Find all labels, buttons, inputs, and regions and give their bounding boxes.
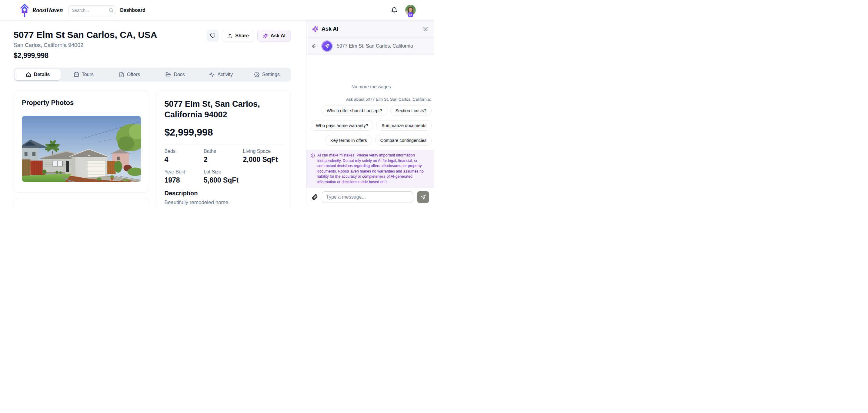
calendar-icon: [74, 72, 79, 77]
suggestion-pill[interactable]: Who pays home warranty?: [311, 120, 373, 131]
send-button[interactable]: [417, 191, 429, 203]
stat-value: 5,600 SqFt: [204, 176, 243, 184]
details-address-line1: 5077 Elm St, San Carlos,: [164, 99, 282, 110]
tab-docs[interactable]: Docs: [152, 69, 198, 80]
details-address: 5077 Elm St, San Carlos, California 9400…: [164, 99, 282, 120]
roosthaven-logo-icon: [20, 3, 30, 17]
ask-ai-button[interactable]: Ask AI: [257, 30, 291, 42]
suggestion-row: Which offer should I accept? Section I c…: [311, 105, 432, 116]
tab-activity[interactable]: Activity: [198, 69, 244, 80]
stat-label: Lot Size: [204, 169, 243, 175]
chat-message-area: No more messages Ask about 5077 Elm St, …: [306, 55, 434, 150]
property-main: 5077 Elm St San Carlos, CA, USA San Carl…: [0, 21, 306, 206]
stat-beds: Beds 4: [164, 149, 204, 164]
crown-icon: [409, 13, 412, 17]
stat-living-space: Living Space 2,000 SqFt: [243, 149, 282, 164]
share-label: Share: [235, 33, 249, 38]
stat-lot-size: Lot Size 5,600 SqFt: [204, 169, 243, 184]
page-title: 5077 Elm St San Carlos, CA, USA: [13, 30, 157, 40]
info-icon: [311, 153, 315, 158]
details-address-line2: California 94002: [164, 110, 282, 120]
property-photos-card: Property Photos: [13, 91, 149, 193]
tab-details[interactable]: Details: [15, 69, 61, 80]
property-tabs: Details Tours Offers Docs Activity: [13, 68, 291, 82]
suggestion-pill[interactable]: Key terms in offers: [325, 135, 372, 146]
premium-crown-badge: [408, 12, 413, 17]
ask-ai-panel-title: Ask AI: [321, 26, 338, 32]
suggestion-row: Key terms in offers Compare contingencie…: [311, 135, 432, 146]
share-button[interactable]: Share: [222, 30, 254, 42]
tab-label: Activity: [217, 72, 233, 77]
suggestion-pill[interactable]: Summarize documents: [376, 120, 432, 131]
back-arrow-icon[interactable]: [311, 43, 317, 49]
brand-name: RoostHaven: [32, 6, 63, 14]
gear-icon: [254, 72, 259, 77]
stat-label: Year Built: [164, 169, 204, 175]
activity-icon: [209, 72, 215, 77]
tab-settings[interactable]: Settings: [244, 69, 290, 80]
tab-label: Docs: [174, 72, 185, 77]
ask-ai-label: Ask AI: [271, 33, 285, 38]
user-avatar[interactable]: [405, 5, 416, 16]
tab-label: Tours: [82, 72, 94, 77]
description-text: Beautifully remodeled home.: [164, 200, 282, 206]
no-more-messages-label: No more messages: [311, 84, 432, 89]
ask-ai-context-row: 5077 Elm St, San Carlos, California: [306, 38, 434, 55]
tab-label: Offers: [127, 72, 140, 77]
home-icon: [26, 72, 31, 77]
property-location: San Carlos, California 94002: [13, 42, 157, 49]
description-title: Description: [164, 190, 282, 197]
suggestion-pill[interactable]: Which offer should I accept?: [321, 105, 387, 116]
sparkles-icon: [324, 43, 330, 49]
header-actions: Share Ask AI: [207, 30, 291, 42]
stat-value: 4: [164, 155, 204, 164]
stat-year-built: Year Built 1978: [164, 169, 204, 184]
property-photo[interactable]: [22, 116, 141, 182]
ai-disclaimer: AI can make mistakes. Please verify impo…: [306, 150, 434, 188]
sparkles-icon: [263, 33, 268, 38]
conversation-title: 5077 Elm St, San Carlos, California: [337, 43, 413, 49]
stat-value: 2: [204, 155, 243, 164]
left-column: Property Photos: [13, 91, 149, 207]
stat-value: 1978: [164, 176, 204, 184]
nav-link-dashboard[interactable]: Dashboard: [120, 7, 146, 13]
stat-label: Living Space: [243, 149, 282, 154]
stat-label: Baths: [204, 149, 243, 154]
ask-ai-panel: Ask AI 5077 Elm St, San Carlos, Californ…: [306, 21, 434, 206]
photos-card-title: Property Photos: [22, 99, 141, 107]
chat-message-input[interactable]: [322, 191, 413, 203]
stat-baths: Baths 2: [204, 149, 243, 164]
bell-icon[interactable]: [391, 7, 398, 13]
file-text-icon: [119, 72, 124, 77]
sparkles-icon: [312, 26, 318, 32]
neighborhood-card: Neighborhood Highlights: [13, 199, 149, 207]
ai-conversation-avatar: [321, 40, 333, 52]
tab-tours[interactable]: Tours: [61, 69, 106, 80]
ask-ai-panel-header: Ask AI: [306, 21, 434, 38]
tab-offers[interactable]: Offers: [106, 69, 152, 80]
details-divider: [164, 144, 282, 144]
share-icon: [227, 33, 232, 38]
chat-input-row: [306, 188, 434, 206]
paperclip-icon[interactable]: [312, 194, 318, 200]
suggestion-pill[interactable]: Compare contingencies: [375, 135, 432, 146]
folder-icon: [165, 72, 171, 77]
search-box: [68, 5, 116, 15]
tab-label: Settings: [262, 72, 280, 77]
stat-value: 2,000 SqFt: [243, 155, 282, 164]
tab-label: Details: [34, 72, 50, 77]
neighborhood-card-title: Neighborhood Highlights: [31, 206, 111, 207]
details-stats: Beds 4 Baths 2 Living Space 2,000 SqFt Y…: [164, 149, 282, 184]
house-photo-illustration: [22, 116, 141, 182]
stat-label: Beds: [164, 149, 204, 154]
property-details-card: 5077 Elm St, San Carlos, California 9400…: [156, 91, 291, 207]
ai-disclaimer-text: AI can make mistakes. Please verify impo…: [317, 153, 430, 185]
top-nav: RoostHaven Dashboard: [0, 0, 434, 21]
close-icon[interactable]: [423, 26, 429, 32]
suggestions-heading: Ask about 5077 Elm St, San Carlos, Calif…: [311, 97, 432, 101]
suggestion-pill[interactable]: Section I costs?: [390, 105, 432, 116]
search-icon: [108, 7, 114, 13]
heart-icon: [210, 33, 216, 38]
send-icon: [421, 195, 426, 200]
favorite-button[interactable]: [207, 30, 219, 42]
